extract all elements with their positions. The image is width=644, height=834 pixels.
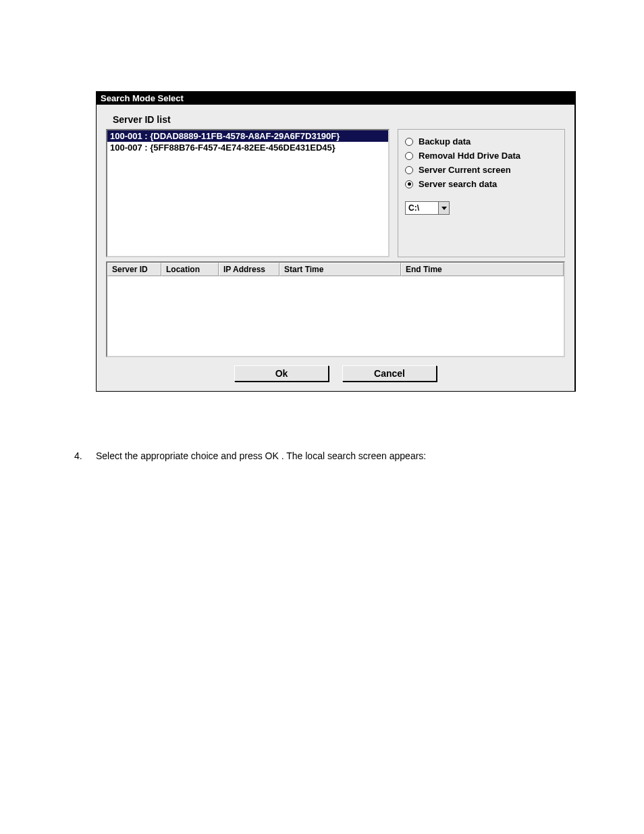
radio-icon xyxy=(405,166,413,174)
top-row: 100-001 : {DDAD8889-11FB-4578-A8AF-29A6F… xyxy=(106,129,565,257)
radio-backup-data[interactable]: Backup data xyxy=(405,136,558,147)
list-item[interactable]: 100-001 : {DDAD8889-11FB-4578-A8AF-29A6F… xyxy=(107,130,388,142)
cancel-button[interactable]: Cancel xyxy=(342,365,437,382)
radio-label: Server search data xyxy=(419,179,497,189)
server-id-list[interactable]: 100-001 : {DDAD8889-11FB-4578-A8AF-29A6F… xyxy=(106,129,390,257)
dialog-title-bar: Search Mode Select xyxy=(97,92,574,105)
col-server-id[interactable]: Server ID xyxy=(107,263,161,276)
chevron-down-icon xyxy=(441,207,447,210)
radio-icon xyxy=(405,180,413,188)
button-row: Ok Cancel xyxy=(106,365,565,382)
radio-label: Backup data xyxy=(419,136,471,147)
radio-label: Server Current screen xyxy=(419,165,511,175)
instruction-step: 4. Select the appropriate choice and pre… xyxy=(74,450,426,461)
instruction-text: Select the appropriate choice and press … xyxy=(96,450,426,461)
dialog-body: Server ID list 100-001 : {DDAD8889-11FB-… xyxy=(97,105,574,391)
drive-select[interactable]: C:\ xyxy=(405,201,558,215)
col-end-time[interactable]: End Time xyxy=(401,263,564,276)
ok-button[interactable]: Ok xyxy=(234,365,329,382)
results-table[interactable]: Server ID Location IP Address Start Time… xyxy=(106,261,565,357)
list-item[interactable]: 100-007 : {5FF88B76-F457-4E74-82EE-456DE… xyxy=(107,142,388,153)
dialog-title: Search Mode Select xyxy=(101,93,184,103)
search-mode-dialog: Search Mode Select Server ID list 100-00… xyxy=(96,91,576,392)
radio-icon xyxy=(405,152,413,160)
col-location[interactable]: Location xyxy=(161,263,219,276)
radio-icon xyxy=(405,138,413,146)
radio-server-search[interactable]: Server search data xyxy=(405,179,558,189)
radio-current-screen[interactable]: Server Current screen xyxy=(405,165,558,175)
table-header: Server ID Location IP Address Start Time… xyxy=(107,263,564,276)
radio-label: Removal Hdd Drive Data xyxy=(419,151,520,161)
drive-dropdown-button[interactable] xyxy=(439,201,450,215)
col-start-time[interactable]: Start Time xyxy=(279,263,401,276)
instruction-number: 4. xyxy=(74,450,86,461)
options-panel: Backup data Removal Hdd Drive Data Serve… xyxy=(398,129,565,257)
server-list-label: Server ID list xyxy=(113,114,565,125)
col-ip-address[interactable]: IP Address xyxy=(219,263,279,276)
drive-value[interactable]: C:\ xyxy=(405,201,439,215)
radio-removal-hdd[interactable]: Removal Hdd Drive Data xyxy=(405,151,558,161)
